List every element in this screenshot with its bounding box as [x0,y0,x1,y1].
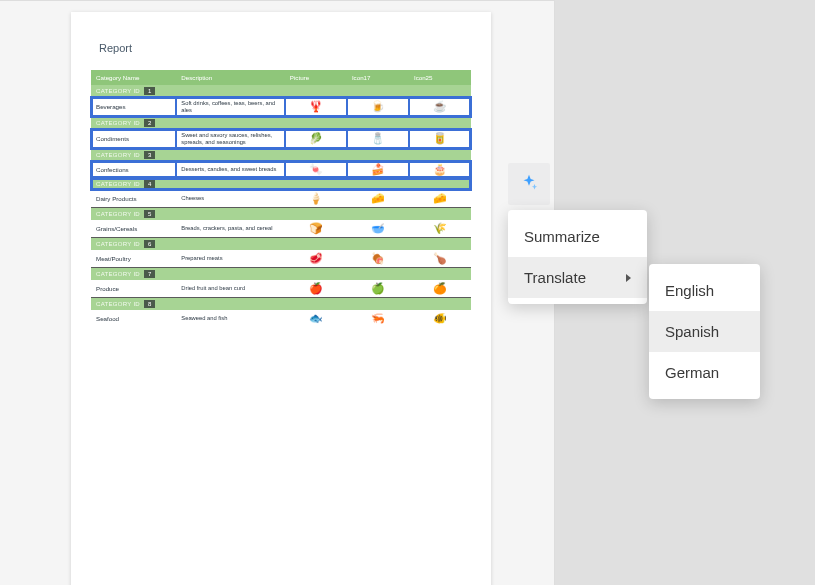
cell-icon25: 🥫 [409,129,471,149]
cell-icon25: ☕ [409,97,471,117]
category-header-row[interactable]: CATEGORY ID7 [91,267,471,280]
category-header-row[interactable]: CATEGORY ID6 [91,237,471,250]
cell-icon25: 🌾 [409,220,471,238]
menu-label: English [665,282,714,299]
category-label: CATEGORY ID [96,301,140,307]
cell-icon17: 🍏 [347,280,409,298]
category-picture-icon: 🥬 [309,132,323,144]
menu-label: Summarize [524,228,600,245]
table-row[interactable]: Meat/PoultryPrepared meats🥩🍖🍗 [91,250,471,268]
report-page: Report Category Name Description Picture… [71,12,491,585]
category-label: CATEGORY ID [96,271,140,277]
category-label: CATEGORY ID [96,120,140,126]
category-picture-icon: 🍎 [309,282,323,294]
chevron-right-icon [626,274,631,282]
cell-picture: 🍞 [285,220,347,238]
cell-icon25: 🍊 [409,280,471,298]
cell-description: Cheeses [176,190,285,208]
menu-item-lang-german[interactable]: German [649,352,760,393]
category-icon17-icon: 🍺 [371,100,385,112]
cell-description: Seaweed and fish [176,310,285,327]
category-header-row[interactable]: CATEGORY ID2 [91,117,471,129]
cell-picture: 🥩 [285,250,347,268]
category-icon17-icon: 🍖 [371,252,385,264]
page-title: Report [99,42,471,54]
category-header-row[interactable]: CATEGORY ID3 [91,149,471,161]
category-header-row[interactable]: CATEGORY ID4 [91,178,471,190]
category-picture-icon: 🍞 [309,222,323,234]
table-row[interactable]: Dairy ProductsCheeses🍦🧀🧀 [91,190,471,208]
cell-description: Sweet and savory sauces, relishes, sprea… [176,129,285,149]
category-header-row[interactable]: CATEGORY ID8 [91,297,471,310]
category-icon17-icon: 🧀 [371,192,385,204]
category-id: 3 [144,151,155,159]
menu-label: Spanish [665,323,719,340]
category-header-row[interactable]: CATEGORY ID5 [91,207,471,220]
category-header-row[interactable]: CATEGORY ID1 [91,85,471,97]
category-id: 6 [144,240,155,248]
category-label: CATEGORY ID [96,88,140,94]
ai-assist-button[interactable] [508,163,550,205]
cell-name: Confections [91,161,176,178]
cell-picture: 🐟 [285,310,347,327]
category-icon25-icon: 🧀 [433,192,447,204]
cell-picture: 🍎 [285,280,347,298]
menu-item-translate[interactable]: Translate [508,257,647,298]
category-label: CATEGORY ID [96,211,140,217]
col-picture: Picture [285,70,347,85]
menu-item-lang-english[interactable]: English [649,270,760,311]
category-picture-icon: 🥩 [309,252,323,264]
cell-picture: 🦞 [285,97,347,117]
cell-name: Dairy Products [91,190,176,208]
table-row[interactable]: ConfectionsDesserts, candies, and sweet … [91,161,471,178]
table-row[interactable]: BeveragesSoft drinks, coffees, teas, bee… [91,97,471,117]
cell-name: Beverages [91,97,176,117]
table-row[interactable]: SeafoodSeaweed and fish🐟🦐🐠 [91,310,471,327]
table-row[interactable]: Grains/CerealsBreads, crackers, pasta, a… [91,220,471,238]
category-id: 4 [144,180,155,188]
category-icon17-icon: 🍏 [371,282,385,294]
table-row[interactable]: ProduceDried fruit and bean curd🍎🍏🍊 [91,280,471,298]
cell-name: Produce [91,280,176,298]
cell-icon25: 🧀 [409,190,471,208]
category-id: 1 [144,87,155,95]
category-id: 8 [144,300,155,308]
menu-label: German [665,364,719,381]
col-icon17: Icon17 [347,70,409,85]
category-id: 7 [144,270,155,278]
menu-label: Translate [524,269,586,286]
cell-icon25: 🐠 [409,310,471,327]
menu-item-lang-spanish[interactable]: Spanish [649,311,760,352]
col-category: Category Name [91,70,176,85]
cell-picture: 🍬 [285,161,347,178]
cell-icon17: 🥣 [347,220,409,238]
category-icon25-icon: ☕ [433,100,447,112]
cell-picture: 🍦 [285,190,347,208]
menu-item-summarize[interactable]: Summarize [508,216,647,257]
category-icon17-icon: 🥣 [371,222,385,234]
cell-description: Desserts, candies, and sweet breads [176,161,285,178]
cell-icon17: 🧂 [347,129,409,149]
category-icon25-icon: 🍗 [433,252,447,264]
category-label: CATEGORY ID [96,181,140,187]
table-row[interactable]: CondimentsSweet and savory sauces, relis… [91,129,471,149]
cell-icon17: 🧀 [347,190,409,208]
category-id: 5 [144,210,155,218]
category-label: CATEGORY ID [96,152,140,158]
category-icon25-icon: 🎂 [433,163,447,175]
category-icon17-icon: 🦐 [371,312,385,324]
cell-description: Prepared meats [176,250,285,268]
category-label: CATEGORY ID [96,241,140,247]
cell-icon17: 🍰 [347,161,409,178]
col-icon25: Icon25 [409,70,471,85]
category-picture-icon: 🐟 [309,312,323,324]
cell-icon17: 🍖 [347,250,409,268]
cell-description: Breads, crackers, pasta, and cereal [176,220,285,238]
translate-submenu: EnglishSpanishGerman [649,264,760,399]
cell-icon17: 🍺 [347,97,409,117]
category-icon17-icon: 🧂 [371,132,385,144]
category-picture-icon: 🦞 [309,100,323,112]
cell-name: Seafood [91,310,176,327]
category-icon25-icon: 🌾 [433,222,447,234]
category-picture-icon: 🍦 [309,192,323,204]
